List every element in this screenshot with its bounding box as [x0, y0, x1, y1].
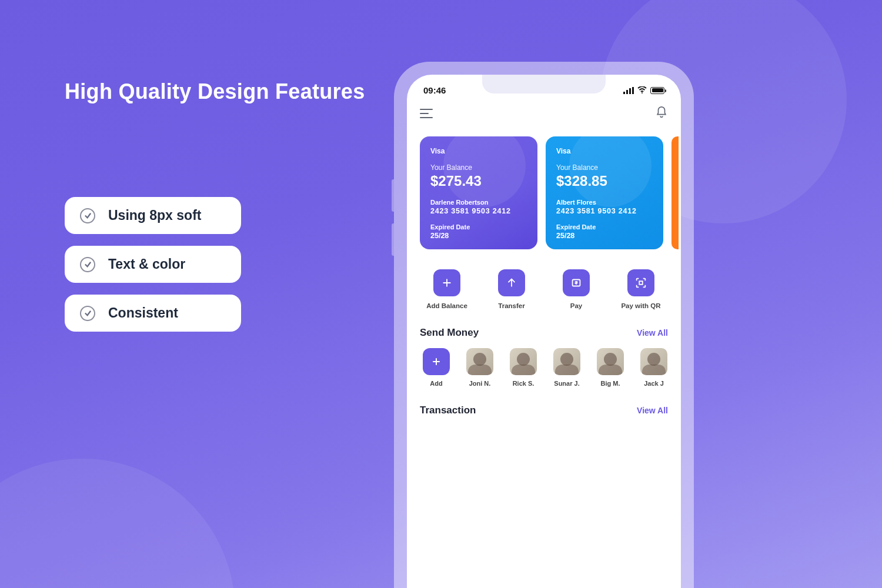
payment-card-peek[interactable] — [671, 136, 679, 249]
avatar — [597, 348, 624, 375]
page-title: High Quality Design Features — [65, 79, 365, 104]
check-circle-icon — [80, 208, 95, 223]
expired-label: Expired Date — [556, 223, 653, 230]
add-balance-button[interactable]: Add Balance — [422, 269, 472, 309]
avatar — [466, 348, 493, 375]
check-circle-icon — [80, 306, 95, 321]
qr-icon — [627, 269, 654, 296]
transaction-view-all-link[interactable]: View All — [637, 406, 668, 415]
status-icons — [623, 85, 664, 95]
phone-screen: 09:46 Visa Your Balance $275.43 — [407, 75, 681, 588]
contact-item[interactable]: Joni N. — [463, 348, 496, 387]
contact-item[interactable]: Big M. — [594, 348, 627, 387]
action-label: Transfer — [498, 302, 524, 309]
plus-icon — [423, 348, 450, 375]
balance-label: Your Balance — [430, 163, 527, 172]
phone-notch — [482, 75, 606, 93]
phone-mockup: 09:46 Visa Your Balance $275.43 — [394, 62, 694, 588]
contact-item[interactable]: Rick S. — [507, 348, 540, 387]
feature-list: Using 8px soft Text & color Consistent — [65, 197, 241, 332]
plus-icon — [433, 269, 460, 296]
contact-item[interactable]: Sunar J. — [550, 348, 583, 387]
send-money-list[interactable]: Add Joni N. Rick S. Sunar J. Big M. Jack… — [420, 348, 668, 387]
contact-name: Joni N. — [469, 380, 491, 387]
expired-label: Expired Date — [430, 223, 527, 230]
balance-label: Your Balance — [556, 163, 653, 172]
wifi-icon — [637, 85, 647, 95]
avatar — [640, 348, 667, 375]
expired-value: 25/28 — [556, 232, 653, 240]
bg-decoration — [0, 459, 235, 588]
battery-icon — [650, 87, 664, 94]
feature-item: Text & color — [65, 246, 241, 283]
balance-value: $328.85 — [556, 173, 653, 189]
cards-carousel[interactable]: Visa Your Balance $275.43 Darlene Robert… — [420, 136, 668, 249]
svg-point-0 — [642, 92, 643, 93]
action-label: Add Balance — [426, 302, 467, 309]
check-circle-icon — [80, 257, 95, 272]
transfer-button[interactable]: Transfer — [487, 269, 536, 309]
arrow-up-icon — [498, 269, 525, 296]
card-brand: Visa — [556, 147, 653, 155]
quick-actions: Add Balance Transfer Pay Pay with QR — [420, 269, 668, 327]
avatar — [553, 348, 580, 375]
pay-qr-button[interactable]: Pay with QR — [616, 269, 666, 309]
add-contact-button[interactable]: Add — [420, 348, 453, 387]
card-number: 2423 3581 9503 2412 — [430, 207, 527, 215]
menu-icon[interactable] — [420, 109, 433, 118]
card-number: 2423 3581 9503 2412 — [556, 207, 653, 215]
expired-value: 25/28 — [430, 232, 527, 240]
action-label: Pay with QR — [621, 302, 660, 309]
contact-name: Sunar J. — [554, 380, 579, 387]
payment-card[interactable]: Visa Your Balance $275.43 Darlene Robert… — [420, 136, 537, 249]
status-time: 09:46 — [423, 85, 446, 95]
balance-value: $275.43 — [430, 173, 527, 189]
contact-name: Rick S. — [513, 380, 534, 387]
avatar — [510, 348, 537, 375]
svg-rect-2 — [639, 281, 643, 285]
card-holder: Albert Flores — [556, 199, 653, 206]
feature-label: Text & color — [108, 256, 185, 272]
card-brand: Visa — [430, 147, 527, 155]
contact-name: Jack J — [644, 380, 664, 387]
card-holder: Darlene Robertson — [430, 199, 527, 206]
contact-name: Big M. — [601, 380, 620, 387]
feature-item: Consistent — [65, 295, 241, 332]
payment-card[interactable]: Visa Your Balance $328.85 Albert Flores … — [546, 136, 663, 249]
transaction-title: Transaction — [420, 405, 476, 416]
signal-icon — [623, 87, 634, 94]
action-label: Pay — [570, 302, 582, 309]
money-icon — [563, 269, 590, 296]
feature-label: Using 8px soft — [108, 208, 201, 223]
feature-label: Consistent — [108, 305, 178, 321]
contact-item[interactable]: Jack J — [637, 348, 670, 387]
contact-name: Add — [430, 380, 442, 387]
pay-button[interactable]: Pay — [552, 269, 601, 309]
feature-item: Using 8px soft — [65, 197, 241, 234]
send-money-view-all-link[interactable]: View All — [637, 328, 668, 338]
send-money-title: Send Money — [420, 327, 479, 339]
notifications-icon[interactable] — [655, 106, 668, 121]
